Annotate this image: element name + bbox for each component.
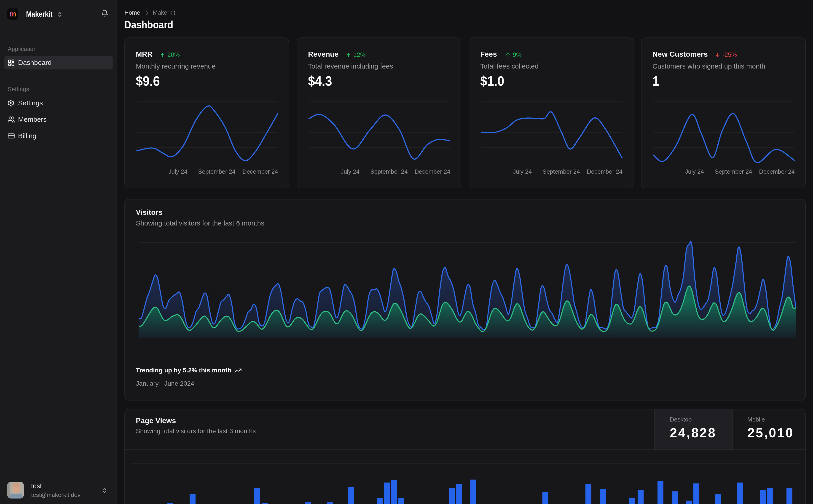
- svg-text:m: m: [9, 9, 16, 18]
